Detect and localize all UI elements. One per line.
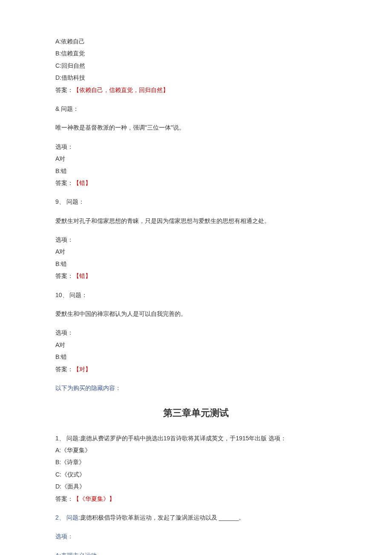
options-label: 选项： bbox=[55, 328, 337, 337]
document-page: A:依赖自己 B:信赖直觉 C:回归自然 D:借助科技 答案：【依赖自己，信赖直… bbox=[0, 0, 392, 555]
answer-line: 答案：【依赖自己，信赖直觉，回归自然】 bbox=[55, 85, 337, 95]
option-b: B:错 bbox=[55, 259, 337, 269]
options-label: 选项： bbox=[55, 532, 337, 541]
answer-line: 答案：【错】 bbox=[55, 271, 337, 280]
option-a: A:依赖自己 bbox=[55, 37, 337, 46]
answer-value: 【《华夏集》】 bbox=[73, 495, 115, 502]
option-a: A对 bbox=[55, 340, 337, 350]
answer-label: 答案： bbox=[55, 179, 73, 186]
option-a: A对 bbox=[55, 247, 337, 256]
answer-value: 【依赖自己，信赖直觉，回归自然】 bbox=[73, 87, 169, 93]
answer-line: 答案：【错】 bbox=[55, 178, 337, 188]
hidden-content-note: 以下为购买的隐藏内容： bbox=[55, 383, 337, 393]
question-text: 爱默生对孔子和儒家思想的青睐，只是因为儒家思想与爱默生的思想有相通之处。 bbox=[55, 216, 337, 225]
options-label: 选项： bbox=[55, 235, 337, 244]
answer-label: 答案： bbox=[55, 87, 73, 93]
question-marker: 9、 问题： bbox=[55, 197, 337, 206]
answer-label: 答案： bbox=[55, 495, 73, 502]
option-a: A:表现主义运动 bbox=[55, 551, 337, 555]
answer-line: 答案：【对】 bbox=[55, 364, 337, 374]
question-marker: 10、 问题： bbox=[55, 290, 337, 300]
option-d: D:借助科技 bbox=[55, 73, 337, 82]
option-c: C:《仪式》 bbox=[55, 470, 337, 479]
question-text: :庞德积极倡导诗歌革新运动，发起了漩涡派运动以及 ______。 bbox=[78, 514, 245, 521]
answer-label: 答案： bbox=[55, 366, 73, 373]
question-line: 2、 问题:庞德积极倡导诗歌革新运动，发起了漩涡派运动以及 ______。 bbox=[55, 513, 337, 522]
answer-label: 答案： bbox=[55, 272, 73, 279]
answer-line: 答案：【《华夏集》】 bbox=[55, 494, 337, 503]
option-a: A:《华夏集》 bbox=[55, 445, 337, 455]
answer-value: 【错】 bbox=[73, 179, 91, 186]
option-a: A对 bbox=[55, 154, 337, 163]
option-b: B:信赖直觉 bbox=[55, 49, 337, 58]
question-marker: & 问题： bbox=[55, 104, 337, 113]
options-label: 选项： bbox=[55, 142, 337, 151]
chapter-heading: 第三章单元测试 bbox=[55, 405, 337, 420]
option-d: D:《面具》 bbox=[55, 482, 337, 491]
option-b: B:《诗章》 bbox=[55, 457, 337, 467]
question-marker: 2、 问题 bbox=[55, 514, 78, 521]
answer-value: 【对】 bbox=[73, 366, 91, 373]
option-b: B:错 bbox=[55, 166, 337, 176]
option-b: B:错 bbox=[55, 352, 337, 361]
question-text: 唯一神教是基督教派的一种，强调"三位一体"说。 bbox=[55, 123, 337, 132]
option-c: C:回归自然 bbox=[55, 61, 337, 70]
question-marker: 1、 问题:庞德从费诺罗萨的手稿中挑选出19首诗歌将其译成英文，于1915年出版… bbox=[55, 434, 337, 443]
answer-value: 【错】 bbox=[73, 272, 91, 279]
question-text: 爱默生和中国的禅宗都认为人是可以自我完善的。 bbox=[55, 309, 337, 318]
